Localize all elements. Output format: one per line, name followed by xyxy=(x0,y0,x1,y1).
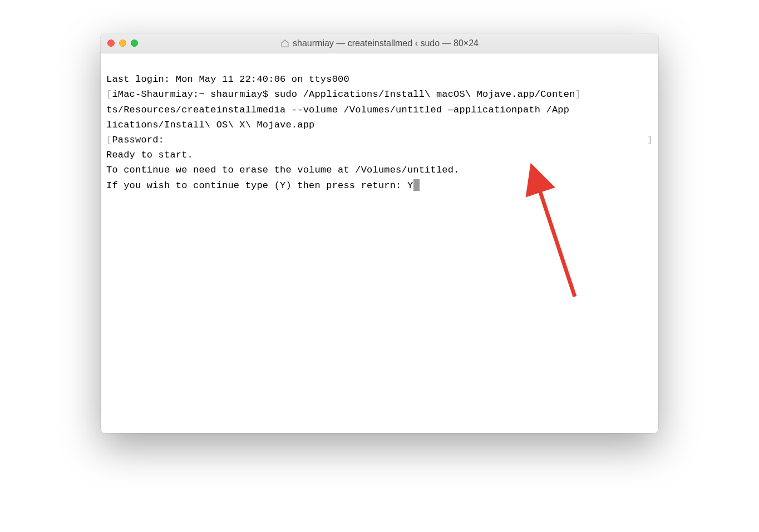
cursor-icon xyxy=(413,179,420,191)
minimize-button[interactable] xyxy=(119,40,126,47)
prompt-text: iMac-Shaurmiay:~ shaurmiay$ xyxy=(112,89,274,100)
command-text: ts/Resources/createinstallmedia --volume… xyxy=(106,105,569,115)
output-text: Ready to start. xyxy=(106,150,193,160)
home-icon xyxy=(280,38,289,48)
terminal-line: Ready to start. xyxy=(106,147,653,162)
titlebar[interactable]: shaurmiay — createinstallmed ‹ sudo — 80… xyxy=(101,33,658,53)
command-text: lications/Install\ OS\ X\ Mojave.app xyxy=(106,120,314,130)
terminal-line: To continue we need to erase the volume … xyxy=(106,162,653,178)
bracket-open: [ xyxy=(106,135,112,145)
terminal-text: Last login: Mon May 11 22:40:06 on ttys0… xyxy=(106,74,349,85)
password-prompt: Password: xyxy=(112,135,164,145)
terminal-line: [iMac-Shaurmiay:~ shaurmiay$ sudo /Appli… xyxy=(106,87,653,102)
terminal-line: lications/Install\ OS\ X\ Mojave.app xyxy=(106,117,653,132)
bracket-open: [ xyxy=(106,89,112,100)
terminal-body[interactable]: Last login: Mon May 11 22:40:06 on ttys0… xyxy=(101,53,658,433)
bracket-close: ] xyxy=(647,132,653,147)
window-title-text: shaurmiay — createinstallmed ‹ sudo — 80… xyxy=(293,38,479,48)
terminal-line: ts/Resources/createinstallmedia --volume… xyxy=(106,102,653,117)
bracket-close: ] xyxy=(575,89,581,100)
close-button[interactable] xyxy=(107,40,115,47)
window-title: shaurmiay — createinstallmed ‹ sudo — 80… xyxy=(101,38,658,48)
terminal-line: [Password:] xyxy=(106,132,653,147)
command-text: sudo /Applications/Install\ macOS\ Mojav… xyxy=(274,89,575,100)
terminal-line: Last login: Mon May 11 22:40:06 on ttys0… xyxy=(106,72,653,87)
terminal-line: If you wish to continue type (Y) then pr… xyxy=(106,178,653,193)
output-text: To continue we need to erase the volume … xyxy=(106,165,460,175)
traffic-lights xyxy=(107,40,138,47)
maximize-button[interactable] xyxy=(131,40,138,47)
confirm-prompt: If you wish to continue type (Y) then pr… xyxy=(106,180,413,191)
terminal-window: shaurmiay — createinstallmed ‹ sudo — 80… xyxy=(101,33,658,433)
